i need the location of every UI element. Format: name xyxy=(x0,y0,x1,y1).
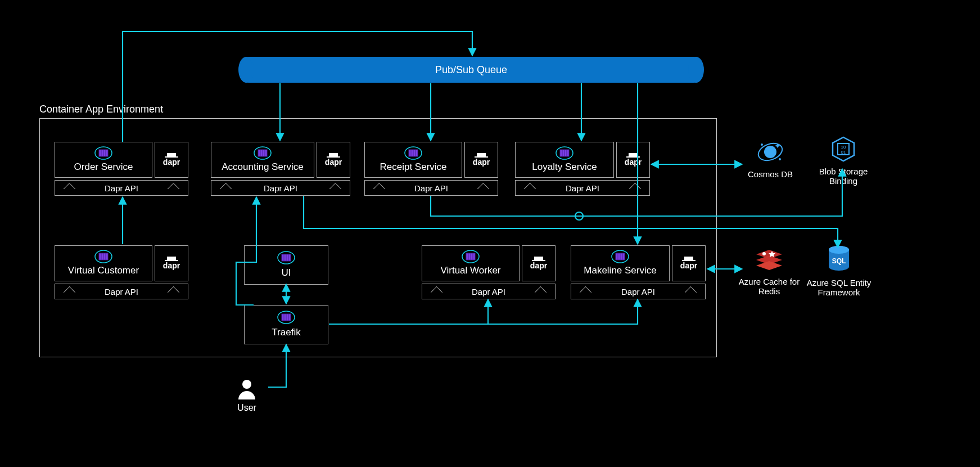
cosmos-db-label: Cosmos DB xyxy=(748,169,793,179)
dapr-sidecar: dapr xyxy=(155,245,188,281)
blob-storage-binding: 10 01 Blob Storage Binding xyxy=(810,135,877,186)
dapr-sidecar: dapr xyxy=(522,245,556,281)
order-service: Order Service dapr Dapr API xyxy=(55,142,188,196)
dapr-api-port: Dapr API xyxy=(211,180,350,196)
sql-icon: SQL xyxy=(825,244,853,275)
svg-point-46 xyxy=(764,146,776,158)
svg-text:SQL: SQL xyxy=(832,257,846,265)
container-icon xyxy=(611,249,630,264)
receipt-service-label: Receipt Service xyxy=(380,161,446,173)
diagram-canvas: Pub/Sub Queue Container App Environment … xyxy=(0,0,980,467)
container-icon xyxy=(94,146,113,160)
container-icon xyxy=(253,146,272,160)
dapr-sidecar: dapr xyxy=(155,142,188,178)
dapr-api-port: Dapr API xyxy=(55,180,188,196)
makeline-service: Makeline Service dapr Dapr API xyxy=(571,245,706,299)
sql-label: Azure SQL Entity Framework xyxy=(805,278,873,298)
redis-icon xyxy=(754,245,784,273)
loyalty-service-label: Loyalty Service xyxy=(532,161,597,173)
ui-service: UI xyxy=(244,245,328,285)
blob-storage-label: Blob Storage Binding xyxy=(810,167,877,186)
user-label: User xyxy=(237,403,256,413)
svg-point-59 xyxy=(829,246,849,254)
dapr-api-port: Dapr API xyxy=(55,284,188,299)
cosmos-db-icon xyxy=(756,138,784,166)
dapr-api-port: Dapr API xyxy=(422,284,556,299)
virtual-worker: Virtual Worker dapr Dapr API xyxy=(422,245,556,299)
receipt-service: Receipt Service dapr Dapr API xyxy=(364,142,498,196)
loyalty-service: Loyalty Service dapr Dapr API xyxy=(515,142,650,196)
order-service-label: Order Service xyxy=(74,161,133,173)
dapr-api-port: Dapr API xyxy=(515,180,650,196)
traefik-service: Traefik xyxy=(244,305,328,344)
container-icon xyxy=(555,146,574,160)
cosmos-db: Cosmos DB xyxy=(737,138,804,179)
user-icon xyxy=(235,377,259,401)
container-icon xyxy=(94,249,113,264)
dapr-api-port: Dapr API xyxy=(364,180,498,196)
container-env-label: Container App Environment xyxy=(39,104,163,115)
accounting-service-label: Accounting Service xyxy=(222,161,304,173)
accounting-service: Accounting Service dapr Dapr API xyxy=(211,142,350,196)
user-actor: User xyxy=(235,377,259,413)
pubsub-queue: Pub/Sub Queue xyxy=(246,57,696,83)
container-icon xyxy=(277,310,296,325)
svg-marker-55 xyxy=(756,261,782,270)
blob-storage-icon: 10 01 xyxy=(829,135,857,163)
svg-point-61 xyxy=(242,380,251,389)
dapr-api-port: Dapr API xyxy=(571,284,706,299)
container-icon xyxy=(404,146,423,160)
svg-point-56 xyxy=(762,252,766,255)
svg-point-47 xyxy=(761,143,763,146)
ui-label: UI xyxy=(282,267,291,279)
dapr-sidecar: dapr xyxy=(616,142,650,178)
dapr-sidecar: dapr xyxy=(672,245,706,281)
svg-text:01: 01 xyxy=(841,150,846,155)
pubsub-queue-label: Pub/Sub Queue xyxy=(435,64,507,76)
azure-cache-redis: Azure Cache for Redis xyxy=(735,245,803,297)
virtual-worker-label: Virtual Worker xyxy=(440,265,500,276)
virtual-customer: Virtual Customer dapr Dapr API xyxy=(55,245,188,299)
virtual-customer-label: Virtual Customer xyxy=(68,265,139,276)
svg-text:10: 10 xyxy=(841,145,846,150)
svg-point-48 xyxy=(779,158,781,160)
container-icon xyxy=(461,249,480,264)
makeline-service-label: Makeline Service xyxy=(584,265,656,276)
traefik-label: Traefik xyxy=(272,327,300,338)
redis-label: Azure Cache for Redis xyxy=(735,277,803,297)
container-icon xyxy=(277,250,296,265)
dapr-sidecar: dapr xyxy=(464,142,498,178)
azure-sql: SQL Azure SQL Entity Framework xyxy=(805,244,873,298)
dapr-sidecar: dapr xyxy=(317,142,350,178)
